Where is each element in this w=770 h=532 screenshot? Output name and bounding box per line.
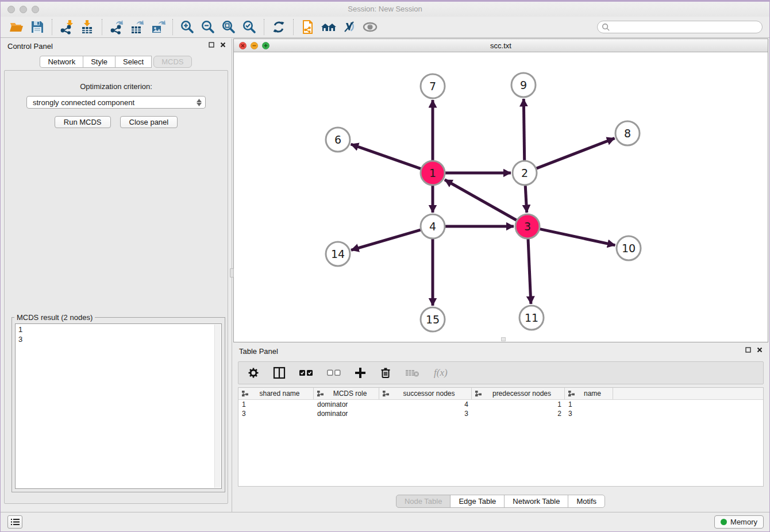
table-cell[interactable]: 2	[472, 410, 565, 418]
panel-splitter-handle[interactable]	[230, 268, 234, 277]
node-table[interactable]: shared nameMCDS rolesuccessor nodesprede…	[238, 387, 764, 487]
result-scrollbar[interactable]	[214, 325, 221, 488]
tab-node-table[interactable]: Node Table	[396, 495, 451, 508]
save-session-icon[interactable]	[27, 18, 48, 36]
tab-network[interactable]: Network	[40, 56, 83, 68]
mcds-result-textarea[interactable]: 13	[15, 323, 222, 489]
mcds-result-line: 1	[18, 325, 218, 334]
column-header-successor-nodes[interactable]: successor nodes	[379, 388, 472, 399]
edge-2-9[interactable]	[523, 99, 524, 160]
close-panel-icon[interactable]	[220, 42, 226, 48]
control-panel: Control Panel NetworkStyleSelectMCDS Opt…	[1, 38, 232, 512]
toolbar-separator	[102, 19, 102, 35]
function-builder-icon[interactable]: f(x)	[434, 367, 448, 379]
node-label-6: 6	[334, 133, 341, 146]
criterion-value: strongly connected component	[33, 98, 197, 107]
criterion-select[interactable]: strongly connected component	[26, 96, 206, 109]
memory-status-dot	[721, 519, 727, 525]
select-all-icon[interactable]	[299, 369, 313, 376]
export-network-icon[interactable]	[106, 18, 127, 36]
edge-1-6[interactable]	[351, 144, 421, 169]
column-header-predecessor-nodes[interactable]: predecessor nodes	[472, 388, 565, 399]
float-panel-icon[interactable]	[209, 42, 214, 48]
add-column-icon[interactable]	[355, 367, 366, 379]
network-canvas[interactable]: 7968124314101511	[234, 52, 768, 342]
memory-button[interactable]: Memory	[714, 515, 764, 529]
show-hide-panel-icon[interactable]	[360, 18, 380, 36]
tab-style[interactable]: Style	[83, 56, 116, 68]
window-title: Session: New Session	[1, 5, 769, 13]
table-toolbar: f(x)	[238, 361, 764, 384]
node-label-7: 7	[429, 80, 436, 92]
tab-motifs[interactable]: Motifs	[568, 495, 605, 508]
edge-2-8[interactable]	[537, 138, 615, 169]
delete-column-icon[interactable]	[380, 367, 391, 379]
network-view-titlebar: scc.txt	[234, 39, 768, 52]
edge-2-3[interactable]	[525, 186, 527, 213]
optimization-criterion-label: Optimization criterion:	[5, 82, 228, 91]
tab-edge-table[interactable]: Edge Table	[450, 495, 505, 508]
table-cell[interactable]: 1	[565, 400, 613, 408]
table-cell[interactable]: 4	[379, 400, 472, 408]
app-window: Session: New Session	[0, 0, 770, 532]
column-header-shared-name[interactable]: shared name	[238, 388, 314, 399]
window-titlebar: Session: New Session	[1, 2, 769, 17]
column-header-label: name	[575, 390, 610, 398]
search-icon	[602, 23, 610, 32]
node-label-3: 3	[524, 220, 531, 233]
table-header-row: shared nameMCDS rolesuccessor nodesprede…	[238, 388, 763, 400]
table-cell[interactable]: 3	[238, 410, 314, 418]
canvas-resize-handle[interactable]	[501, 337, 506, 341]
tab-network-table[interactable]: Network Table	[504, 495, 568, 508]
toolbar-separator	[172, 19, 173, 35]
toolbar-separator	[293, 19, 294, 35]
column-header-name[interactable]: name	[565, 388, 613, 399]
export-table-icon[interactable]	[127, 18, 148, 36]
import-table-icon[interactable]	[77, 18, 98, 36]
edge-3-1[interactable]	[445, 180, 517, 220]
edge-4-14[interactable]	[351, 230, 421, 250]
home-view-icon[interactable]	[318, 18, 339, 36]
zoom-out-icon[interactable]	[198, 18, 218, 36]
table-row[interactable]: 1dominator411	[238, 400, 763, 409]
run-mcds-button[interactable]: Run MCDS	[55, 116, 111, 128]
edge-3-11[interactable]	[528, 239, 531, 304]
network-view-window: scc.txt 7968124314101511	[233, 38, 768, 342]
toolbar-separator	[52, 19, 52, 35]
table-row[interactable]: 3dominator323	[238, 409, 763, 418]
tab-mcds[interactable]: MCDS	[153, 56, 191, 68]
delete-table-icon[interactable]	[405, 368, 420, 378]
close-table-panel-icon[interactable]	[757, 347, 763, 353]
node-label-2: 2	[521, 167, 528, 179]
control-panel-title: Control Panel	[7, 42, 53, 51]
zoom-selected-icon[interactable]	[239, 18, 260, 36]
mcds-result-list: 13	[16, 324, 221, 345]
table-cell[interactable]: 1	[472, 400, 565, 408]
import-network-icon[interactable]	[56, 18, 77, 36]
deselect-all-icon[interactable]	[327, 369, 341, 376]
table-cell[interactable]: dominator	[314, 400, 379, 408]
table-settings-icon[interactable]	[248, 367, 259, 379]
split-panel-icon[interactable]	[273, 367, 286, 379]
network-from-document-icon[interactable]	[298, 18, 318, 36]
zoom-fit-icon[interactable]	[218, 18, 239, 36]
open-session-icon[interactable]	[6, 18, 27, 36]
network-graph: 7968124314101511	[234, 52, 768, 342]
toggle-graphics-details-icon[interactable]	[339, 18, 360, 36]
close-panel-button[interactable]: Close panel	[120, 116, 178, 128]
refresh-icon[interactable]	[268, 18, 289, 36]
table-cell[interactable]: 3	[379, 410, 472, 418]
table-cell[interactable]: 3	[565, 410, 613, 418]
column-header-MCDS-role[interactable]: MCDS role	[314, 388, 379, 399]
export-image-icon[interactable]	[148, 18, 168, 36]
control-panel-header: Control Panel	[1, 38, 232, 53]
search-box[interactable]	[597, 21, 763, 33]
table-cell[interactable]: 1	[238, 400, 314, 408]
tab-select[interactable]: Select	[115, 56, 152, 68]
table-cell[interactable]: dominator	[314, 410, 379, 418]
zoom-in-icon[interactable]	[177, 18, 198, 36]
task-history-button[interactable]	[7, 515, 22, 529]
search-input[interactable]	[610, 22, 762, 32]
float-table-panel-icon[interactable]	[745, 347, 751, 353]
edge-3-10[interactable]	[540, 229, 615, 245]
